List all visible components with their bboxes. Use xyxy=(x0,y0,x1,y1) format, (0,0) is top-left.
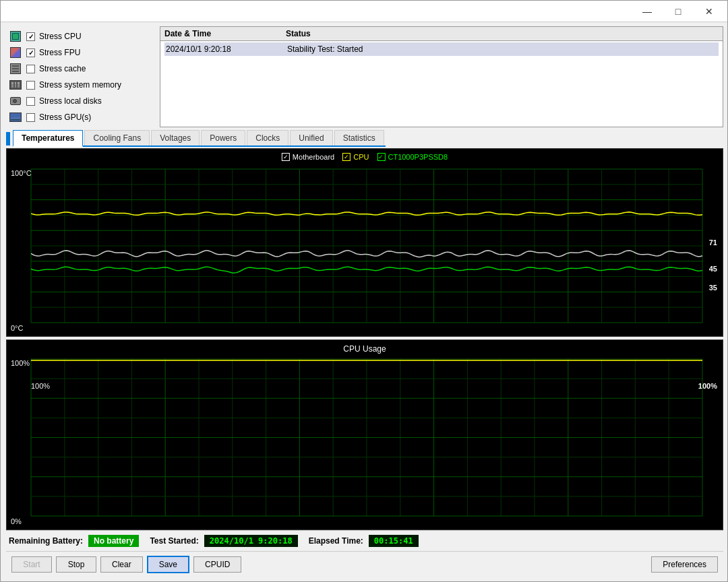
preferences-button[interactable]: Preferences xyxy=(651,556,718,573)
tab-voltages[interactable]: Voltages xyxy=(151,130,200,146)
stress-cache-item[interactable]: Stress cache xyxy=(6,61,154,76)
battery-value: No battery xyxy=(88,535,139,547)
stress-disks-checkbox[interactable] xyxy=(26,97,35,106)
tab-statistics[interactable]: Statistics xyxy=(334,130,384,146)
minimize-button[interactable]: — xyxy=(632,1,663,22)
tabs-container: Temperatures Cooling Fans Voltages Power… xyxy=(6,130,723,147)
bottom-bar: Start Stop Clear Save CPUID Preferences xyxy=(6,551,723,577)
cpu-usage-chart: CPU Usage 100% 0% 100% 100% xyxy=(6,340,723,530)
clear-button[interactable]: Clear xyxy=(100,556,143,573)
stress-cpu-label: Stress CPU xyxy=(39,32,82,41)
stress-gpu-item[interactable]: Stress GPU(s) xyxy=(6,110,154,125)
stress-gpu-label: Stress GPU(s) xyxy=(39,112,91,122)
stop-button[interactable]: Stop xyxy=(56,556,96,573)
start-button[interactable]: Start xyxy=(11,556,52,573)
main-content: Stress CPU Stress FPU xyxy=(1,22,727,581)
cpu-y-max: 100% xyxy=(11,359,30,367)
log-cell-date: 2024/10/1 9:20:18 xyxy=(164,44,286,55)
temp-y-max: 100°C xyxy=(11,169,32,177)
stress-fpu-item[interactable]: Stress FPU xyxy=(6,45,154,60)
log-col-date-header: Date & Time xyxy=(164,29,286,38)
legend-cpu: CPU xyxy=(342,153,369,161)
stress-fpu-label: Stress FPU xyxy=(39,48,80,57)
tab-cooling-fans[interactable]: Cooling Fans xyxy=(84,130,150,146)
temp-y-min: 0°C xyxy=(11,324,23,332)
cpu-usage-right-value: 100% xyxy=(698,382,717,390)
legend-cpu-check[interactable] xyxy=(342,153,351,161)
title-bar: — □ ✕ xyxy=(1,1,727,22)
stress-cache-label: Stress cache xyxy=(39,64,86,73)
cpuid-button[interactable]: CPUID xyxy=(193,556,241,573)
cpu-icon xyxy=(9,30,22,43)
test-started-label: Test Started: xyxy=(150,536,198,546)
stress-memory-checkbox[interactable] xyxy=(26,81,35,90)
content-area: Stress CPU Stress FPU xyxy=(6,22,727,581)
cache-icon xyxy=(9,62,22,75)
temp-cpu-value: 71 xyxy=(709,238,717,247)
window-controls: — □ ✕ xyxy=(632,1,725,22)
log-col-status-header: Status xyxy=(286,29,719,38)
status-bar: Remaining Battery: No battery Test Start… xyxy=(6,530,723,551)
cpu-y-min: 0% xyxy=(11,517,22,525)
left-sidebar xyxy=(1,22,6,581)
tab-powers[interactable]: Powers xyxy=(201,130,245,146)
legend-motherboard: Motherboard xyxy=(282,153,334,161)
tab-unified[interactable]: Unified xyxy=(290,130,332,146)
temp-ssd-value: 35 xyxy=(709,284,717,292)
log-table-body: 2024/10/1 9:20:18 Stability Test: Starte… xyxy=(160,41,723,59)
log-table-header: Date & Time Status xyxy=(160,27,723,41)
legend-cpu-label: CPU xyxy=(353,153,369,161)
main-window: — □ ✕ Stress CPU xyxy=(0,0,728,582)
memory-icon xyxy=(9,78,22,92)
fpu-icon xyxy=(9,46,22,59)
legend-ssd: CT1000P3PSSD8 xyxy=(377,153,448,161)
legend-motherboard-label: Motherboard xyxy=(293,153,334,161)
save-button[interactable]: Save xyxy=(147,556,189,573)
cpu-usage-left-value: 100% xyxy=(31,382,50,390)
log-table: Date & Time Status 2024/10/1 9:20:18 Sta… xyxy=(160,26,723,127)
stress-tests-panel: Stress CPU Stress FPU xyxy=(6,26,154,127)
legend-ssd-check[interactable] xyxy=(377,153,385,161)
top-section: Stress CPU Stress FPU xyxy=(6,26,723,127)
legend-motherboard-check[interactable] xyxy=(282,153,290,161)
stress-cpu-item[interactable]: Stress CPU xyxy=(6,29,154,44)
maximize-button[interactable]: □ xyxy=(663,1,694,22)
stress-cpu-checkbox[interactable] xyxy=(26,32,35,41)
stress-cache-checkbox[interactable] xyxy=(26,65,35,73)
tab-clocks[interactable]: Clocks xyxy=(247,130,289,146)
tabs-bar: Temperatures Cooling Fans Voltages Power… xyxy=(13,130,386,147)
stress-disks-item[interactable]: Stress local disks xyxy=(6,94,154,108)
stress-gpu-checkbox[interactable] xyxy=(26,113,35,122)
tab-indicator xyxy=(6,132,10,146)
stress-disks-label: Stress local disks xyxy=(39,96,102,106)
elapsed-label: Elapsed Time: xyxy=(309,536,363,546)
close-button[interactable]: ✕ xyxy=(694,1,725,22)
legend-ssd-label: CT1000P3PSSD8 xyxy=(388,153,448,161)
elapsed-value: 00:15:41 xyxy=(369,535,419,547)
battery-label: Remaining Battery: xyxy=(9,536,83,546)
stress-memory-label: Stress system memory xyxy=(39,80,121,90)
stress-memory-item[interactable]: Stress system memory xyxy=(6,77,154,92)
stress-fpu-checkbox[interactable] xyxy=(26,48,35,57)
gpu-icon xyxy=(9,110,22,124)
temp-mb-value: 45 xyxy=(709,265,717,273)
log-row: 2024/10/1 9:20:18 Stability Test: Starte… xyxy=(164,42,719,56)
disk-icon xyxy=(9,94,22,108)
charts-area: Motherboard CPU CT1000P3PSSD8 100°C 0°C xyxy=(6,148,723,530)
tab-temperatures[interactable]: Temperatures xyxy=(13,130,83,147)
temp-chart-legend: Motherboard CPU CT1000P3PSSD8 xyxy=(282,153,448,161)
log-cell-status: Stability Test: Started xyxy=(286,44,719,55)
cpu-usage-title: CPU Usage xyxy=(343,344,386,354)
test-started-value: 2024/10/1 9:20:18 xyxy=(204,535,298,547)
temperature-chart: Motherboard CPU CT1000P3PSSD8 100°C 0°C xyxy=(6,148,723,337)
